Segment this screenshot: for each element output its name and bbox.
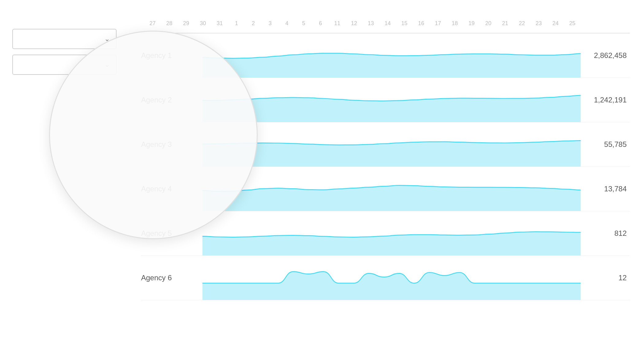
agency-name: Agency 2 [141, 96, 202, 104]
date-col: 23 [530, 20, 547, 28]
agency-row: Agency 612 [141, 256, 630, 300]
agency-chart [202, 78, 581, 122]
date-col: 3 [262, 20, 279, 28]
agency-name: Agency 6 [141, 274, 202, 282]
select-dropdown-arrow: ⌄ [104, 61, 110, 69]
agency-row: Agency 5812 [141, 211, 630, 256]
main-container: ⌄ ⌄ 272829303112345611121314151617181920… [0, 0, 642, 364]
agency-total: 55,785 [581, 140, 630, 149]
date-col: 28 [161, 20, 178, 28]
agency-name-dropdown-arrow: ⌄ [104, 35, 110, 43]
left-panel: ⌄ ⌄ [12, 18, 132, 352]
agency-total: 1,242,191 [581, 96, 630, 104]
date-col: 29 [178, 20, 194, 28]
date-col: 27 [144, 20, 161, 28]
agency-total: 812 [581, 229, 630, 238]
date-col: 16 [413, 20, 430, 28]
date-col: 18 [446, 20, 463, 28]
date-col: 4 [279, 20, 295, 28]
agency-name: Agency 1 [141, 51, 202, 60]
agency-chart [202, 33, 581, 78]
date-columns: 2728293031123456111213141516171819202122… [144, 20, 581, 28]
agency-chart [202, 167, 581, 211]
chart-area: 2728293031123456111213141516171819202122… [132, 18, 630, 352]
date-col: 19 [463, 20, 480, 28]
date-col: 22 [513, 20, 530, 28]
date-col: 1 [228, 20, 245, 28]
agency-chart [202, 122, 581, 167]
agency-total: 2,862,458 [581, 51, 630, 60]
agency-row: Agency 12,862,458 [141, 33, 630, 78]
date-col: 11 [329, 20, 346, 28]
date-col: 6 [312, 20, 329, 28]
agency-chart [202, 256, 581, 300]
select-dropdown[interactable]: ⌄ [12, 55, 117, 75]
agency-total: 13,784 [581, 185, 630, 193]
date-col: 17 [429, 20, 446, 28]
date-col: 25 [564, 20, 581, 28]
agency-name: Agency 4 [141, 185, 202, 193]
agency-row: Agency 413,784 [141, 167, 630, 211]
agency-name: Agency 3 [141, 140, 202, 149]
date-col: 2 [245, 20, 262, 28]
agency-name-dropdown[interactable]: ⌄ [12, 29, 117, 49]
agency-name: Agency 5 [141, 229, 202, 238]
agency-rows: Agency 12,862,458Agency 21,242,191Agency… [141, 33, 630, 300]
date-col: 31 [211, 20, 228, 28]
date-col: 13 [363, 20, 379, 28]
date-col: 20 [480, 20, 497, 28]
date-col: 15 [396, 20, 413, 28]
date-col: 5 [295, 20, 312, 28]
date-col: 14 [379, 20, 396, 28]
date-header: 2728293031123456111213141516171819202122… [141, 18, 630, 33]
agency-chart [202, 211, 581, 255]
date-col: 30 [194, 20, 211, 28]
agency-row: Agency 21,242,191 [141, 78, 630, 122]
date-col: 21 [497, 20, 513, 28]
date-col: 12 [346, 20, 363, 28]
date-col: 24 [547, 20, 564, 28]
agency-total: 12 [581, 274, 630, 282]
agency-row: Agency 355,785 [141, 122, 630, 167]
